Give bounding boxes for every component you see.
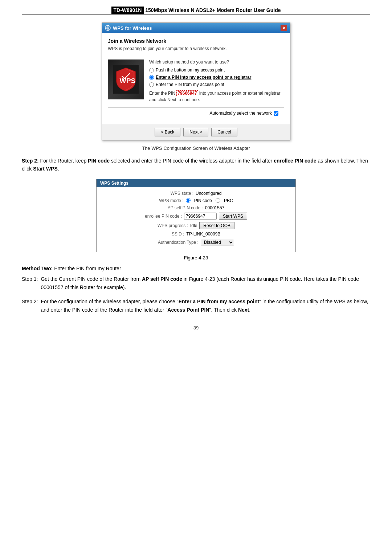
wps-ap-pin-label: AP self PIN code : [168,205,203,210]
wps-auth-select[interactable]: Disabled WPA-PSK WPA2-PSK [201,239,234,246]
svg-text:W: W [106,27,109,30]
step2-detail-text: For the configuration of the wireless ad… [41,297,370,314]
wps-mode-pbc-radio[interactable] [216,198,220,203]
wps-settings-panel: WPS Settings WPS state : Unconfigured WP… [96,179,296,252]
step2-block: Step 2: For the Router, keep PIN code se… [22,157,370,173]
pin-hint-text: Enter the PIN 79666947 into your access … [149,90,284,103]
step2-text: For the Router, keep PIN code selected a… [22,158,368,172]
wps-progress-row: WPS progress : Idle Reset to OOB [102,222,290,229]
next-button[interactable]: Next > [183,128,208,136]
wps-icon: W [105,25,111,31]
wps-progress-value: Idle [190,223,197,228]
wps-mode-row: WPS mode : PIN code PBC [102,198,290,203]
wps-state-value: Unconfigured [196,191,221,196]
dialog-options: Which setup method do you want to use? P… [149,59,284,103]
dialog-footer: < Back Next > Cancel [102,124,290,140]
radio-option-2[interactable]: Enter a PIN into my access point or a re… [149,75,284,80]
step1-text: Get the Current PIN code of the Router f… [41,275,370,292]
radio-enter-pin[interactable] [149,75,154,80]
wps-auth-label: Authentication Type : [158,240,199,245]
figure-label: Figure 4-23 [22,255,370,260]
wps-state-label: WPS state : [171,191,193,196]
back-button[interactable]: < Back [155,128,180,136]
svg-text:WPS: WPS [120,77,136,85]
wps-ssid-label: SSID : [172,231,184,237]
dialog-wrapper: W WPS for Wireless ✕ Join a Wireless Net… [22,22,370,140]
dialog-body: Join a Wireless Network WPS is preparing… [102,33,290,124]
step1-num: Step 1: [22,275,38,292]
method-two: Method Two: Enter the PIN from my Router [22,266,370,271]
step2-bold3: Start WPS [33,166,58,172]
auto-select-checkbox[interactable] [274,111,278,116]
pin-code: 79666947 [176,90,198,96]
page-title: 150Mbps Wireless N ADSL2+ Modem Router U… [145,7,281,13]
wps-enrollee-row: enrollee PIN code : Start WPS [102,213,290,220]
wps-mode-pin-radio[interactable] [186,198,191,203]
radio-option-1[interactable]: Push the button on my access point [149,67,284,73]
dialog-caption: The WPS Configuration Screen of Wireless… [22,145,370,151]
step2-bold2: enrollee PIN code [274,158,316,164]
wps-ssid-value: TP-LINK_00009B [186,231,220,237]
wps-settings-wrapper: WPS Settings WPS state : Unconfigured WP… [22,179,370,252]
auto-select-label: Automatically select the network [210,111,272,116]
wps-mode-pbc-label: PBC [224,198,233,203]
radio-option-3[interactable]: Enter the PIN from my access point [149,82,284,87]
dialog-desc: WPS is preparing to join your computer t… [108,46,284,55]
step-item-2: Step 2: For the configuration of the wir… [22,297,370,314]
wps-dialog: W WPS for Wireless ✕ Join a Wireless Net… [102,22,290,140]
auto-select-row: Automatically select the network [108,107,284,119]
start-wps-button[interactable]: Start WPS [219,213,247,220]
cancel-button[interactable]: Cancel [211,128,237,136]
setup-question: Which setup method do you want to use? [149,59,284,65]
page-header: TD-W8901N150Mbps Wireless N ADSL2+ Modem… [22,7,370,15]
dialog-titlebar: W WPS for Wireless ✕ [102,23,290,33]
dialog-content: WPS Which setup method do you want to us… [108,59,284,103]
radio-label-push-button: Push the button on my access point [156,67,225,73]
wps-auth-row: Authentication Type : Disabled WPA-PSK W… [102,239,290,246]
dialog-titlebar-left: W WPS for Wireless [105,25,152,31]
step-item-1: Step 1: Get the Current PIN code of the … [22,275,370,292]
step2-bold-appin: Access Point PIN [167,307,209,313]
wps-mode-radio-group: PIN code PBC [186,198,233,203]
wps-ssid-row: SSID : TP-LINK_00009B [102,231,290,237]
wps-enrollee-input[interactable] [184,213,217,220]
step2-label: Step 2: [22,158,39,164]
method-two-text: Enter the PIN from my Router [54,266,121,271]
radio-push-button[interactable] [149,68,154,73]
step2-bold1: PIN code [88,158,110,164]
step2-num: Step 2: [22,297,38,314]
step2-bold-access: Enter a PIN from my access point [179,299,260,304]
model-label: TD-W8901N [111,7,144,14]
wps-mode-pin-label: PIN code [194,198,212,203]
method-two-label: Method Two: [22,266,53,271]
wps-settings-header: WPS Settings [97,179,295,187]
reset-to-oob-button[interactable]: Reset to OOB [199,222,234,229]
wps-logo-box: WPS [108,59,144,99]
wps-progress-label: WPS progress : [158,223,188,228]
page-number: 39 [22,325,370,331]
radio-label-pin-from-ap: Enter the PIN from my access point [156,82,224,87]
wps-ap-pin-row: AP self PIN code : 00001557 [102,205,290,210]
wps-settings-body: WPS state : Unconfigured WPS mode : PIN … [97,187,295,252]
wps-ap-pin-value: 00001557 [205,205,224,210]
wps-shield-logo: WPS [113,65,139,94]
wps-enrollee-label: enrollee PIN code : [145,214,182,219]
dialog-subtitle: Join a Wireless Network [108,38,284,44]
wps-mode-label: WPS mode : [159,198,183,203]
step2-bold-next: Next [238,307,249,313]
radio-pin-from-ap[interactable] [149,82,154,87]
dialog-title: WPS for Wireless [113,25,152,31]
dialog-close-button[interactable]: ✕ [281,25,287,31]
radio-label-enter-pin: Enter a PIN into my access point or a re… [156,75,251,80]
wps-state-row: WPS state : Unconfigured [102,191,290,196]
step1-bold1: AP self PIN code [142,276,182,282]
